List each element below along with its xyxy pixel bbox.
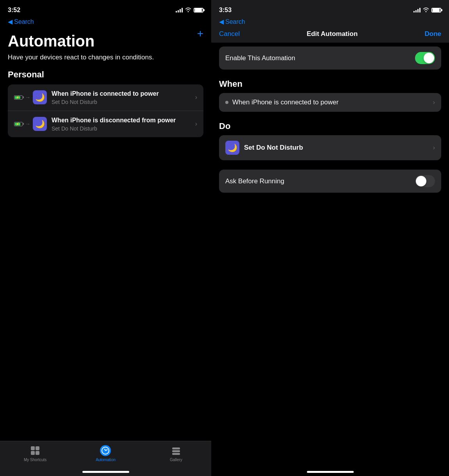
- right-content: Enable This Automation When When iPhone …: [211, 43, 449, 476]
- edit-automation-nav: Cancel Edit Automation Done: [211, 27, 449, 43]
- status-icons-left: [176, 7, 203, 13]
- automation-sub-connected: Set Do Not Disturb: [52, 99, 191, 105]
- automation-title-connected: When iPhone is connected to power: [52, 90, 191, 98]
- chevron-icon-connected: ›: [195, 94, 197, 101]
- gallery-icon: [171, 445, 182, 456]
- page-title: Automation: [8, 32, 203, 50]
- when-chevron: ›: [433, 99, 435, 106]
- left-content: Automation Have your devices react to ch…: [0, 29, 211, 441]
- nav-back-right[interactable]: ◀ Search: [211, 17, 449, 27]
- tab-gallery[interactable]: Gallery: [160, 445, 192, 462]
- battery-icon-right: [431, 8, 441, 13]
- ask-before-toggle[interactable]: [415, 175, 435, 187]
- when-row[interactable]: When iPhone is connected to power ›: [219, 93, 441, 112]
- automation-list: ⚡ → 🌙 When iPhone is connected to power …: [8, 84, 203, 137]
- tab-automation[interactable]: Automation: [90, 445, 121, 462]
- status-time-left: 3:52: [8, 7, 20, 14]
- automation-tab-icon: [100, 445, 111, 456]
- toggle-thumb: [424, 53, 434, 63]
- nav-back-left[interactable]: ◀ Search: [0, 17, 211, 29]
- automation-sub-disconnected: Set Do Not Disturb: [52, 125, 191, 132]
- ask-before-thumb: [416, 176, 426, 186]
- home-indicator-left: [82, 471, 129, 473]
- tab-bar-left: My Shortcuts Automation: [0, 441, 211, 476]
- signal-icon-left: [176, 8, 183, 13]
- gallery-label: Gallery: [170, 458, 182, 462]
- add-automation-button[interactable]: +: [197, 27, 203, 40]
- section-label: Personal: [8, 70, 203, 80]
- do-row[interactable]: 🌙 Set Do Not Disturb ›: [219, 135, 441, 160]
- do-row-left: 🌙 Set Do Not Disturb: [225, 141, 303, 155]
- do-moon-icon: 🌙: [225, 141, 239, 155]
- automation-item-disconnected[interactable]: ⚡ → 🌙 When iPhone is disconnected from p…: [8, 111, 203, 137]
- my-shortcuts-label: My Shortcuts: [24, 458, 46, 462]
- arrow-icon: →: [25, 94, 30, 100]
- enable-automation-row[interactable]: Enable This Automation: [219, 47, 441, 70]
- battery-icon-disconnected: ⚡: [14, 122, 23, 126]
- page-subtitle: Have your devices react to changes in co…: [8, 53, 203, 62]
- status-time-right: 3:53: [219, 7, 232, 14]
- chevron-icon-disconnected: ›: [195, 120, 197, 127]
- left-panel: 3:52 ◀ Search +: [0, 0, 211, 476]
- status-bar-left: 3:52: [0, 0, 211, 17]
- do-chevron: ›: [433, 144, 435, 151]
- when-dot: [225, 101, 228, 104]
- when-header: When: [219, 79, 441, 89]
- when-row-label: When iPhone is connected to power: [232, 98, 339, 106]
- automation-icons-disconnected: ⚡ → 🌙: [14, 117, 47, 131]
- do-label: Set Do Not Disturb: [244, 144, 303, 152]
- when-row-left: When iPhone is connected to power: [225, 98, 339, 106]
- moon-icon-connected: 🌙: [33, 90, 47, 104]
- automation-title-disconnected: When iPhone is disconnected from power: [52, 116, 191, 125]
- automation-text-connected: When iPhone is connected to power Set Do…: [52, 90, 191, 105]
- back-chevron-left: ◀: [8, 18, 12, 25]
- battery-icon-left: [194, 8, 203, 13]
- cancel-button[interactable]: Cancel: [219, 30, 240, 38]
- ask-before-row[interactable]: Ask Before Running: [219, 170, 441, 193]
- do-header: Do: [219, 121, 441, 131]
- automation-icons-connected: ⚡ → 🌙: [14, 90, 47, 104]
- my-shortcuts-icon: [30, 445, 41, 456]
- moon-icon-disconnected: 🌙: [33, 117, 47, 131]
- arrow-icon-2: →: [25, 121, 30, 127]
- back-chevron-right: ◀: [219, 18, 224, 25]
- automation-label: Automation: [96, 458, 116, 462]
- status-icons-right: [413, 7, 441, 13]
- tab-my-shortcuts[interactable]: My Shortcuts: [20, 445, 51, 462]
- home-indicator-right: [307, 471, 354, 473]
- right-panel: 3:53 ◀ Search Cancel: [211, 0, 449, 476]
- status-bar-right: 3:53: [211, 0, 449, 17]
- enable-toggle[interactable]: [415, 52, 435, 64]
- enable-label: Enable This Automation: [225, 54, 295, 62]
- battery-charging-icon: ⚡: [14, 95, 23, 100]
- ask-before-label: Ask Before Running: [225, 177, 284, 185]
- signal-icon-right: [413, 8, 420, 13]
- nav-title: Edit Automation: [306, 30, 358, 38]
- wifi-icon-right: [423, 7, 429, 13]
- back-label-left: Search: [14, 18, 34, 25]
- done-button[interactable]: Done: [425, 30, 442, 38]
- automation-text-disconnected: When iPhone is disconnected from power S…: [52, 116, 191, 132]
- back-label-right: Search: [225, 18, 245, 25]
- wifi-icon-left: [185, 7, 191, 13]
- automation-item-connected[interactable]: ⚡ → 🌙 When iPhone is connected to power …: [8, 84, 203, 111]
